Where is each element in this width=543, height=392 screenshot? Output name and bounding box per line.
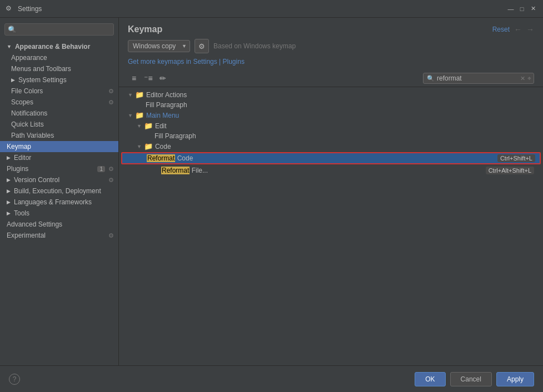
- tree-item-label-rest: File...: [192, 167, 208, 174]
- sidebar-item-menus-toolbars[interactable]: Menus and Toolbars: [0, 63, 118, 74]
- sidebar-search-wrapper: 🔍: [0, 20, 118, 39]
- bottom-left: ?: [9, 374, 20, 385]
- chevron-right-icon: ▶: [7, 199, 11, 205]
- folder-icon: 📁: [144, 142, 153, 150]
- apply-button[interactable]: Apply: [496, 372, 534, 386]
- keymap-select[interactable]: Windows copy: [128, 40, 190, 52]
- shortcut-ctrl-alt-shift-l: Ctrl+Alt+Shift+L: [486, 167, 534, 174]
- sidebar-item-experimental[interactable]: Experimental ⚙: [0, 230, 118, 241]
- sidebar-item-label: Keymap: [7, 143, 31, 150]
- sidebar-item-notifications[interactable]: Notifications: [0, 108, 118, 119]
- sidebar-search-field-wrapper: 🔍: [4, 23, 114, 36]
- sidebar-search-icon: 🔍: [8, 26, 16, 33]
- keymap-description: Based on Windows keymap: [213, 42, 296, 50]
- tree-item-label: Reformat Code: [147, 154, 193, 162]
- sidebar-item-system-settings[interactable]: ▶ System Settings: [0, 74, 118, 86]
- sidebar-search-input[interactable]: [4, 23, 114, 36]
- sidebar-item-editor[interactable]: ▶ Editor: [0, 152, 118, 163]
- sidebar-item-languages-frameworks[interactable]: ▶ Languages & Frameworks: [0, 197, 118, 208]
- app-icon: ⚙: [6, 4, 14, 13]
- sidebar-item-quick-lists[interactable]: Quick Lists: [0, 119, 118, 130]
- titlebar-controls: — □ ✕: [506, 4, 537, 13]
- sidebar-item-path-variables[interactable]: Path Variables: [0, 130, 118, 141]
- tree-item-fill-paragraph-2[interactable]: Fill Paragraph: [119, 131, 543, 141]
- expand-all-button[interactable]: ≡: [128, 72, 140, 84]
- tree-item-label: Fill Paragraph: [155, 132, 196, 140]
- folder-icon: 📁: [144, 122, 153, 130]
- sidebar-item-label: Editor: [14, 154, 31, 162]
- chevron-down-icon: ▼: [128, 113, 133, 118]
- tree-item-main-menu[interactable]: ▼ 📁 Main Menu: [119, 110, 543, 120]
- sidebar-item-label: Appearance & Behavior: [15, 43, 90, 51]
- chevron-down-icon: ▼: [128, 92, 133, 98]
- settings-icon: ⚙: [108, 177, 114, 184]
- sidebar-item-appearance[interactable]: Appearance: [0, 52, 118, 63]
- tree-area: ▼ 📁 Editor Actions Fill Paragraph ▼ 📁 Ma…: [119, 87, 543, 365]
- back-button[interactable]: ←: [514, 25, 522, 34]
- maximize-button[interactable]: □: [517, 4, 526, 13]
- search-container: 🔍 ✕ ⌖: [423, 73, 534, 84]
- sidebar-item-plugins[interactable]: Plugins 1 ⚙: [0, 163, 118, 174]
- bottom-bar: ? OK Cancel Apply: [0, 365, 543, 392]
- forward-button[interactable]: →: [526, 25, 534, 34]
- clear-search-icon[interactable]: ✕: [520, 75, 525, 82]
- tree-item-code[interactable]: ▼ 📁 Code: [119, 141, 543, 152]
- settings-icon: ⚙: [108, 88, 114, 95]
- sidebar-item-file-colors[interactable]: File Colors ⚙: [0, 86, 118, 97]
- search-input[interactable]: [437, 74, 520, 82]
- page-title: Keymap: [128, 24, 162, 34]
- sidebar-item-keymap[interactable]: Keymap: [0, 141, 118, 152]
- sidebar-item-appearance-behavior[interactable]: ▼ Appearance & Behavior: [0, 41, 118, 52]
- shortcut-ctrl-shift-l: Ctrl+Shift+L: [497, 154, 535, 162]
- keymap-settings-button[interactable]: ⚙: [195, 39, 209, 53]
- find-shortcut-icon[interactable]: ⌖: [527, 74, 531, 82]
- tree-item-reformat-file[interactable]: Reformat File... Ctrl+Alt+Shift+L: [119, 165, 543, 176]
- tree-item-reformat-code[interactable]: Reformat Code Ctrl+Shift+L: [121, 152, 541, 164]
- sidebar-item-advanced-settings[interactable]: Advanced Settings: [0, 219, 118, 230]
- keymap-links: Get more keymaps in Settings | Plugins: [119, 58, 543, 70]
- ok-button[interactable]: OK: [415, 372, 445, 386]
- sidebar-item-tools[interactable]: ▶ Tools: [0, 208, 118, 219]
- titlebar-title: Settings: [18, 5, 42, 13]
- plugins-badge: 1: [97, 166, 105, 172]
- cancel-button[interactable]: Cancel: [450, 372, 492, 386]
- chevron-right-icon: ▶: [7, 210, 11, 216]
- sidebar-item-label: Path Variables: [11, 132, 54, 139]
- sidebar-item-label: Advanced Settings: [7, 220, 62, 228]
- content-area: Keymap Reset ← → Windows copy ▼ ⚙ Based …: [119, 18, 543, 365]
- settings-icon: ⚙: [108, 232, 114, 239]
- tree-item-label: Reformat File...: [161, 167, 208, 174]
- keymap-link-text: Get more keymaps in Settings | Plugins: [128, 58, 245, 66]
- tree-item-label-rest: Code: [177, 154, 193, 162]
- minimize-button[interactable]: —: [506, 4, 515, 13]
- chevron-right-icon: ▶: [11, 77, 15, 83]
- chevron-down-icon: ▼: [137, 144, 142, 149]
- keymap-select-wrapper: Windows copy ▼: [128, 40, 190, 52]
- close-button[interactable]: ✕: [529, 4, 537, 13]
- settings-icon: ⚙: [108, 99, 114, 106]
- sidebar-item-label: Scopes: [11, 98, 33, 106]
- sidebar-item-build-execution[interactable]: ▶ Build, Execution, Deployment: [0, 185, 118, 197]
- header-actions: Reset ← →: [492, 25, 534, 34]
- chevron-right-icon: ▶: [7, 177, 11, 183]
- chevron-down-icon: ▼: [7, 44, 12, 49]
- titlebar: ⚙ Settings — □ ✕: [0, 0, 543, 18]
- settings-icon: ⚙: [108, 165, 114, 173]
- sidebar: 🔍 ▼ Appearance & Behavior Appearance Men…: [0, 18, 119, 365]
- collapse-all-button[interactable]: ⁻≡: [142, 72, 155, 84]
- bottom-right: OK Cancel Apply: [415, 372, 534, 386]
- reset-button[interactable]: Reset: [492, 26, 510, 33]
- sidebar-item-label: Build, Execution, Deployment: [14, 187, 101, 195]
- sidebar-item-scopes[interactable]: Scopes ⚙: [0, 97, 118, 108]
- sidebar-item-label: Experimental: [7, 232, 46, 239]
- get-keymaps-link[interactable]: Get more keymaps in Settings | Plugins: [128, 58, 245, 66]
- tree-item-edit[interactable]: ▼ 📁 Edit: [119, 120, 543, 131]
- tree-item-editor-actions[interactable]: ▼ 📁 Editor Actions: [119, 89, 543, 100]
- edit-shortcut-button[interactable]: ✏: [157, 72, 169, 84]
- tree-item-fill-paragraph-1[interactable]: Fill Paragraph: [119, 100, 543, 110]
- help-button[interactable]: ?: [9, 374, 20, 385]
- folder-icon: 📁: [135, 91, 144, 99]
- tree-item-label: Fill Paragraph: [146, 101, 187, 109]
- sidebar-item-version-control[interactable]: ▶ Version Control ⚙: [0, 174, 118, 185]
- highlight-reformat: Reformat: [147, 154, 175, 162]
